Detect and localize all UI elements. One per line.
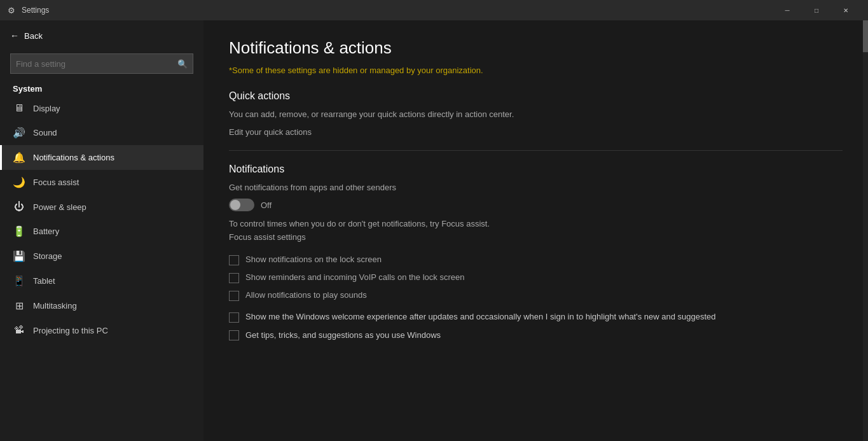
play-sounds-label: Allow notifications to play sounds (245, 290, 367, 301)
sidebar-item-power-sleep[interactable]: ⏻ Power & sleep (0, 195, 203, 219)
large-checkboxes-section: Show me the Windows welcome experience a… (229, 311, 843, 342)
sidebar-item-label: Tablet (33, 276, 55, 286)
sidebar-item-display[interactable]: 🖥 Display (0, 96, 203, 120)
search-box[interactable]: 🔍 (10, 53, 193, 74)
sidebar-item-label: Multitasking (33, 301, 77, 311)
welcome-exp-label: Show me the Windows welcome experience a… (245, 311, 716, 323)
main-scrollbar-track (863, 20, 868, 441)
voip-lock-label: Show reminders and incoming VoIP calls o… (245, 272, 464, 283)
back-arrow-icon: ← (10, 31, 19, 41)
back-label: Back (24, 31, 43, 41)
title-bar-left: ⚙ Settings (8, 6, 49, 15)
quick-actions-desc: You can add, remove, or rearrange your q… (229, 108, 843, 121)
notifications-icon: 🔔 (13, 151, 25, 164)
sidebar-item-label: Projecting to this PC (33, 326, 108, 335)
search-input[interactable] (16, 59, 177, 69)
get-notifications-label: Get notifications from apps and other se… (229, 181, 843, 194)
main-content: Notifications & actions *Some of these s… (203, 20, 868, 441)
checkboxes-section: Show notifications on the lock screen Sh… (229, 254, 843, 302)
focus-assist-icon: 🌙 (13, 176, 25, 188)
sidebar-item-battery[interactable]: 🔋 Battery (0, 219, 203, 244)
system-label: System (0, 79, 203, 96)
sidebar-item-label: Storage (33, 251, 62, 261)
notifications-title: Notifications (229, 164, 843, 175)
checkbox-row-welcome: Show me the Windows welcome experience a… (229, 311, 843, 323)
battery-icon: 🔋 (13, 225, 25, 237)
multitasking-icon: ⊞ (13, 300, 25, 312)
checkbox-row-voip: Show reminders and incoming VoIP calls o… (229, 272, 843, 283)
sidebar-item-label: Power & sleep (33, 202, 86, 212)
projecting-icon: 📽 (13, 325, 25, 336)
title-bar-title: Settings (22, 6, 49, 15)
close-button[interactable]: ✕ (831, 0, 860, 20)
notifications-toggle[interactable] (229, 199, 254, 211)
edit-quick-actions-link[interactable]: Edit your quick actions (229, 127, 312, 137)
sidebar-item-focus-assist[interactable]: 🌙 Focus assist (0, 170, 203, 195)
tablet-icon: 📱 (13, 275, 25, 287)
checkbox-row-lock-screen: Show notifications on the lock screen (229, 254, 843, 265)
title-bar-controls: ─ □ ✕ (773, 0, 860, 20)
settings-icon: ⚙ (8, 6, 15, 15)
sidebar-item-label: Battery (33, 227, 59, 236)
separator-1 (229, 150, 843, 151)
focus-note: To control times when you do or don't ge… (229, 219, 843, 228)
toggle-knob (230, 200, 240, 210)
display-icon: 🖥 (13, 102, 25, 114)
maximize-button[interactable]: □ (802, 0, 831, 20)
sidebar-item-label: Sound (33, 128, 57, 137)
sidebar-item-multitasking[interactable]: ⊞ Multitasking (0, 293, 203, 318)
welcome-exp-checkbox[interactable] (229, 312, 239, 323)
checkbox-row-sounds: Allow notifications to play sounds (229, 290, 843, 301)
focus-assist-settings-link[interactable]: Focus assist settings (229, 232, 306, 242)
org-note: *Some of these settings are hidden or ma… (229, 66, 843, 75)
title-bar: ⚙ Settings ─ □ ✕ (0, 0, 868, 20)
app-body: ← Back 🔍 System 🖥 Display 🔊 Sound 🔔 Noti… (0, 20, 868, 441)
quick-actions-title: Quick actions (229, 90, 843, 102)
play-sounds-checkbox[interactable] (229, 291, 239, 301)
search-icon: 🔍 (177, 59, 188, 69)
lock-screen-checkbox[interactable] (229, 255, 239, 265)
voip-lock-checkbox[interactable] (229, 273, 239, 283)
sidebar-header: ← Back (0, 20, 203, 48)
sidebar-item-sound[interactable]: 🔊 Sound (0, 120, 203, 145)
power-sleep-icon: ⏻ (13, 201, 25, 213)
toggle-state-label: Off (261, 200, 272, 210)
back-button[interactable]: ← Back (10, 28, 43, 43)
sidebar-item-tablet[interactable]: 📱 Tablet (0, 269, 203, 293)
sidebar-item-label: Focus assist (33, 178, 79, 187)
page-title: Notifications & actions (229, 38, 843, 58)
sidebar-item-label: Display (33, 104, 60, 113)
main-scrollbar-thumb (863, 20, 868, 52)
sidebar-item-projecting[interactable]: 📽 Projecting to this PC (0, 318, 203, 342)
sidebar-item-notifications[interactable]: 🔔 Notifications & actions (0, 145, 203, 170)
sound-icon: 🔊 (13, 127, 25, 139)
sidebar-item-storage[interactable]: 💾 Storage (0, 244, 203, 269)
nav-list: 🖥 Display 🔊 Sound 🔔 Notifications & acti… (0, 96, 203, 441)
tips-checkbox[interactable] (229, 330, 239, 340)
sidebar-item-label: Notifications & actions (33, 153, 114, 162)
sidebar: ← Back 🔍 System 🖥 Display 🔊 Sound 🔔 Noti… (0, 20, 203, 441)
tips-label: Get tips, tricks, and suggestions as you… (245, 329, 441, 342)
minimize-button[interactable]: ─ (773, 0, 802, 20)
toggle-row: Off (229, 199, 843, 211)
lock-screen-label: Show notifications on the lock screen (245, 254, 382, 265)
storage-icon: 💾 (13, 250, 25, 262)
checkbox-row-tips: Get tips, tricks, and suggestions as you… (229, 329, 843, 342)
